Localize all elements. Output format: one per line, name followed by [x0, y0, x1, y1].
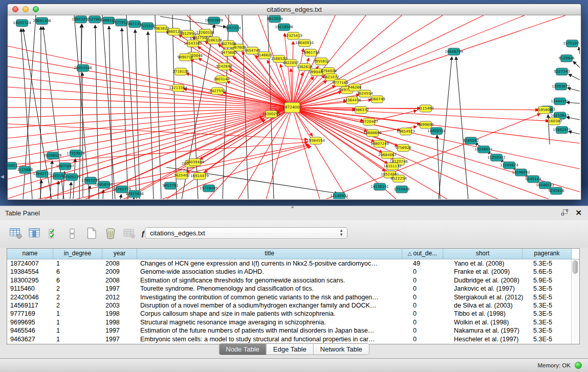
cell-year[interactable]: 2012 [102, 293, 137, 301]
network-node[interactable]: 9129946 [558, 55, 575, 62]
network-node[interactable]: 12146911 [330, 192, 349, 199]
cell-short[interactable]: Nakamura et al. (1997) [451, 326, 530, 335]
table-row[interactable]: 1456911722003Disruption of a novel membe… [7, 301, 579, 310]
network-window-titlebar[interactable]: citations_edges.txt [8, 4, 581, 15]
network-node[interactable]: 9756928 [395, 144, 411, 151]
cell-out_de[interactable]: 0 [410, 335, 451, 343]
citation-network-graph[interactable]: 1405572420691406109532571527602646616010… [8, 15, 580, 199]
network-hub-node[interactable]: 18724007 [282, 102, 302, 113]
cell-out_de[interactable]: 0 [410, 285, 451, 293]
network-node[interactable]: 18640910 [295, 39, 314, 47]
table-row[interactable]: 969969511998Structural magnetic resonanc… [7, 318, 579, 326]
cell-title[interactable]: Disruption of a novel member of a sodium… [137, 301, 410, 310]
network-node[interactable]: 9115460 [418, 105, 433, 112]
column-header-in_degree[interactable]: in_degree [53, 249, 102, 259]
cell-name[interactable]: 22420046 [7, 293, 53, 301]
cell-out_de[interactable]: 0 [410, 293, 451, 301]
cell-title[interactable]: Investigating the contribution of common… [137, 293, 410, 301]
network-node[interactable]: 12325419 [284, 32, 302, 39]
network-node[interactable]: 1588520 [271, 55, 287, 62]
cell-out_de[interactable]: 49 [410, 259, 451, 268]
network-node[interactable]: 20206526 [43, 152, 62, 159]
float-panel-icon[interactable] [561, 209, 568, 216]
network-canvas[interactable]: 1405572420691406109532571527602646616010… [8, 15, 580, 199]
network-node[interactable]: 2803144 [213, 76, 230, 83]
cell-year[interactable]: 1998 [102, 310, 137, 318]
cell-year[interactable]: 2008 [102, 276, 137, 285]
network-node[interactable]: 9242848 [216, 63, 232, 70]
network-node[interactable]: 8522254 [390, 175, 407, 182]
cell-title[interactable]: Estimation of significance thresholds fo… [137, 276, 410, 285]
table-row[interactable]: 946554611997Estimation of the future num… [7, 326, 579, 335]
network-node[interactable]: 746266 [348, 84, 362, 91]
network-node[interactable]: 9245042 [463, 137, 478, 144]
cell-year[interactable]: 1998 [102, 318, 137, 326]
cell-in_degree[interactable]: 1 [53, 326, 102, 335]
cell-year[interactable]: 2003 [102, 301, 137, 310]
network-node[interactable]: 7963822 [153, 25, 169, 32]
tab-edge-table[interactable]: Edge Table [266, 344, 313, 355]
network-node[interactable]: 18720407 [360, 118, 378, 125]
cell-short[interactable]: Hescheler et al. (1997) [451, 335, 530, 343]
network-node[interactable]: 9227343 [554, 68, 570, 75]
cell-title[interactable]: Corpus callosum shape and size in male p… [137, 310, 410, 318]
network-node[interactable]: 9827508 [220, 40, 236, 48]
cell-year[interactable]: 2008 [102, 259, 137, 268]
network-node[interactable]: 1362615 [296, 63, 312, 71]
cell-short[interactable]: Yano et al. (2008) [451, 259, 530, 268]
network-node[interactable]: 8912954 [180, 30, 196, 37]
cell-short[interactable]: de Silva et al. (2003) [451, 301, 530, 310]
zoom-window-button[interactable] [33, 6, 39, 12]
table-row[interactable]: 1830029562008Estimation of significance … [7, 276, 579, 285]
column-header-year[interactable]: year [102, 249, 137, 259]
cell-name[interactable]: 9463627 [7, 335, 53, 343]
cell-title[interactable]: Genome-wide association studies in ADHD. [137, 268, 410, 276]
close-window-button[interactable] [12, 6, 18, 12]
cell-short[interactable]: Jankovic et al. (1997) [451, 285, 530, 293]
cell-out_de[interactable]: 0 [410, 326, 451, 335]
network-node[interactable]: 17359924 [67, 150, 85, 157]
tab-node-table[interactable]: Node Table [219, 344, 266, 355]
table-selector-dropdown[interactable]: citations_edges.txt ▲▼ [145, 227, 347, 239]
network-node[interactable]: 12444191 [551, 98, 569, 105]
network-node[interactable]: 9457791 [162, 182, 178, 189]
column-header-name[interactable]: name [7, 249, 53, 259]
column-header-pagerank[interactable]: pagerank [522, 249, 572, 259]
show-columns-button[interactable] [27, 225, 42, 242]
network-node[interactable]: 10688609 [363, 129, 382, 137]
cell-short[interactable]: Wolkin et al. (1998) [451, 318, 530, 326]
cell-in_degree[interactable]: 2 [53, 301, 102, 310]
cell-title[interactable]: Estimation of the future numbers of pati… [137, 326, 410, 335]
cell-out_de[interactable]: 0 [410, 318, 451, 326]
cell-short[interactable]: Franke et al. (2009) [451, 268, 530, 276]
network-node[interactable]: 7857224 [225, 25, 241, 32]
network-node[interactable]: 13246042 [512, 169, 530, 176]
cell-in_degree[interactable]: 1 [53, 310, 102, 318]
cell-in_degree[interactable]: 1 [53, 318, 102, 326]
column-header-title[interactable]: title [137, 249, 402, 259]
network-node[interactable]: 1160387 [546, 118, 562, 125]
memory-status-indicator[interactable] [575, 362, 582, 369]
network-node[interactable]: 13942737 [33, 170, 51, 178]
cell-short[interactable]: Dudbridge et al. (2008) [451, 276, 530, 285]
network-node[interactable]: 12245624 [500, 162, 518, 169]
cell-out_de[interactable]: 0 [410, 301, 451, 310]
cell-out_de[interactable]: 0 [410, 310, 451, 318]
network-node[interactable]: 9777169 [332, 79, 348, 86]
cell-in_degree[interactable]: 6 [53, 276, 102, 285]
network-node[interactable]: 165051 [8, 162, 17, 169]
cell-name[interactable]: 14569117 [7, 301, 53, 310]
network-node[interactable]: 1595804 [536, 106, 552, 114]
cell-in_degree[interactable]: 6 [53, 268, 102, 276]
cell-name[interactable]: 9777169 [7, 310, 53, 318]
unselect-all-columns-button[interactable] [65, 225, 80, 242]
cell-year[interactable]: 1997 [102, 326, 137, 335]
cell-title[interactable]: Embryonic stem cells: a model to study s… [137, 335, 410, 343]
table-row[interactable]: 946362711997Embryonic stem cells: a mode… [7, 335, 579, 343]
network-node[interactable]: 15992971 [553, 126, 571, 134]
minimize-window-button[interactable] [23, 6, 29, 12]
table-mode-button[interactable] [8, 225, 24, 242]
network-node[interactable]: 19218506 [275, 24, 293, 31]
network-node[interactable]: 3624554 [357, 90, 373, 97]
network-node[interactable]: 21364436 [343, 97, 361, 104]
